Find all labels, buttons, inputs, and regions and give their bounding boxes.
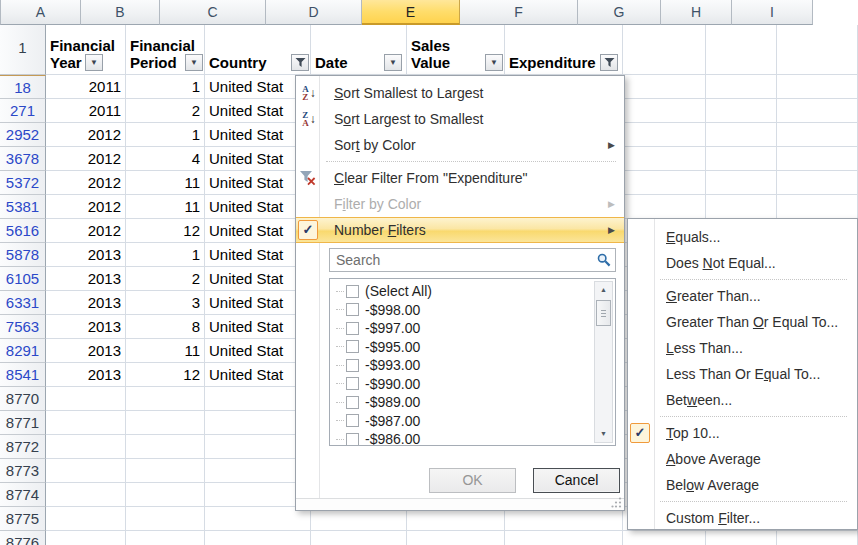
submenu-item-above-average[interactable]: Above Average [628, 446, 857, 472]
submenu-item-between[interactable]: Between... [628, 387, 857, 413]
cell[interactable] [777, 99, 858, 123]
row-header[interactable]: 5878 [0, 243, 46, 267]
cell[interactable]: 2012 [46, 219, 126, 243]
filter-value-item[interactable]: -$986.00 [336, 430, 591, 446]
row-header[interactable]: 8770 [0, 387, 46, 411]
row-header[interactable]: 8541 [0, 363, 46, 387]
cell[interactable] [777, 195, 858, 219]
cell[interactable] [706, 123, 777, 147]
cell[interactable]: 1 [126, 75, 205, 99]
checkbox-icon[interactable] [346, 322, 359, 335]
cell[interactable]: 8 [126, 315, 205, 339]
row-header[interactable]: 5616 [0, 219, 46, 243]
filter-value-item[interactable]: -$997.00 [336, 319, 591, 338]
filter-value-item[interactable]: (Select All) [336, 282, 591, 301]
filter-applied-button[interactable] [600, 54, 618, 71]
checkbox-icon[interactable] [346, 340, 359, 353]
submenu-item-less-than[interactable]: Less Than... [628, 335, 857, 361]
row-header[interactable]: 8773 [0, 459, 46, 483]
cell[interactable] [623, 99, 706, 123]
submenu-item-greater-than-or-equal-to[interactable]: Greater Than Or Equal To... [628, 309, 857, 335]
cell[interactable] [126, 435, 205, 459]
cell[interactable] [126, 531, 205, 545]
cell[interactable] [46, 459, 126, 483]
cell[interactable] [623, 75, 706, 99]
cell[interactable]: 11 [126, 339, 205, 363]
submenu-item-greater-than[interactable]: Greater Than... [628, 283, 857, 309]
row-header[interactable]: 8771 [0, 411, 46, 435]
cell[interactable]: 12 [126, 363, 205, 387]
cell[interactable]: 4 [126, 147, 205, 171]
row-header[interactable]: 3678 [0, 147, 46, 171]
field-header-year[interactable]: FinancialYear▼ [46, 25, 126, 75]
cell[interactable] [706, 531, 777, 545]
checkbox-icon[interactable] [346, 359, 359, 372]
checkbox-icon[interactable] [346, 414, 359, 427]
filter-value-item[interactable]: -$995.00 [336, 338, 591, 357]
field-header-value[interactable]: SalesValue▼ [407, 25, 505, 75]
cell[interactable] [777, 147, 858, 171]
menu-resize-strip[interactable] [296, 498, 624, 510]
submenu-item-below-average[interactable]: Below Average [628, 472, 857, 498]
cell[interactable]: 12 [126, 219, 205, 243]
scrollbar-thumb[interactable] [596, 300, 611, 326]
select-all-corner[interactable] [0, 0, 1, 25]
row-header[interactable]: 2952 [0, 123, 46, 147]
cell[interactable]: 2012 [46, 171, 126, 195]
filter-value-item[interactable]: -$998.00 [336, 301, 591, 320]
row-header[interactable]: 18 [0, 75, 46, 99]
checkbox-icon[interactable] [346, 303, 359, 316]
cell[interactable] [126, 387, 205, 411]
cell[interactable] [46, 411, 126, 435]
filter-value-item[interactable]: -$987.00 [336, 412, 591, 431]
cell[interactable] [205, 531, 311, 545]
cell[interactable]: 2013 [46, 363, 126, 387]
checkbox-icon[interactable] [346, 433, 359, 446]
row-header[interactable]: 7563 [0, 315, 46, 339]
submenu-item-custom-filter[interactable]: Custom Filter... [628, 505, 857, 531]
field-header-date[interactable]: Date▼ [311, 25, 407, 75]
cell[interactable]: 1 [126, 243, 205, 267]
checkbox-icon[interactable] [346, 396, 359, 409]
column-header-F[interactable]: F [460, 0, 578, 25]
cell[interactable] [623, 171, 706, 195]
checkbox-icon[interactable] [346, 285, 359, 298]
cell[interactable]: 2 [126, 99, 205, 123]
cell[interactable] [706, 195, 777, 219]
cell[interactable] [46, 531, 126, 545]
cell[interactable] [623, 123, 706, 147]
cell[interactable] [46, 507, 126, 531]
filter-value-item[interactable]: -$990.00 [336, 375, 591, 394]
cell[interactable] [777, 123, 858, 147]
cell[interactable] [706, 75, 777, 99]
field-header-period[interactable]: FinancialPeriod▼ [126, 25, 205, 75]
cell[interactable]: 2013 [46, 315, 126, 339]
cell[interactable]: 2011 [46, 99, 126, 123]
cell[interactable]: 2012 [46, 195, 126, 219]
search-input[interactable] [329, 248, 616, 272]
cell[interactable]: 2013 [46, 291, 126, 315]
cell[interactable] [407, 531, 505, 545]
cell[interactable]: 1 [126, 123, 205, 147]
filter-value-item[interactable]: -$993.00 [336, 356, 591, 375]
cell[interactable]: 2012 [46, 147, 126, 171]
cell[interactable] [623, 195, 706, 219]
row-header-1[interactable]: 1 [0, 25, 46, 75]
field-header-expenditure[interactable]: Expenditure [505, 25, 623, 75]
cell-I1[interactable] [777, 25, 858, 75]
cell[interactable] [777, 75, 858, 99]
cell[interactable] [46, 435, 126, 459]
filter-dropdown-button[interactable]: ▼ [384, 54, 402, 71]
cancel-button[interactable]: Cancel [533, 468, 620, 493]
cell[interactable] [777, 531, 858, 545]
row-header[interactable]: 271 [0, 99, 46, 123]
cell[interactable]: 2013 [46, 243, 126, 267]
cell[interactable]: 11 [126, 171, 205, 195]
column-header-A[interactable]: A [1, 0, 81, 25]
cell[interactable] [126, 507, 205, 531]
submenu-item-less-than-or-equal-to[interactable]: Less Than Or Equal To... [628, 361, 857, 387]
column-header-D[interactable]: D [266, 0, 362, 25]
row-header[interactable]: 8776 [0, 531, 46, 545]
menu-item-number-filters[interactable]: ✓Number Filters▶ [296, 217, 624, 243]
cell-H1[interactable] [706, 25, 777, 75]
